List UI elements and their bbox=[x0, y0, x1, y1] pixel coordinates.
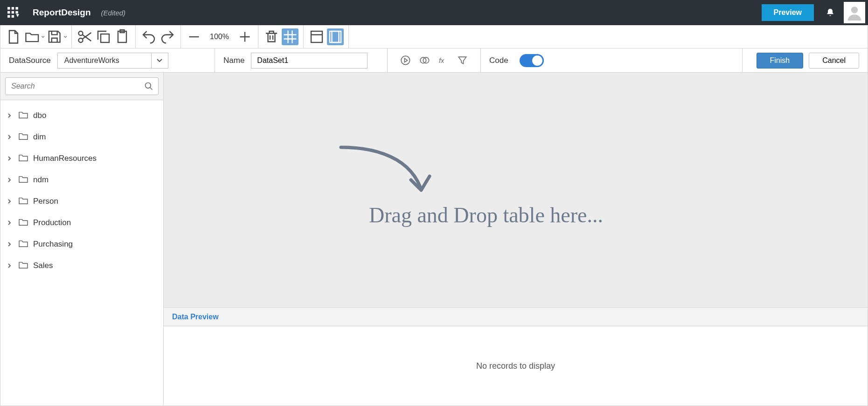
search-icon bbox=[144, 82, 153, 91]
design-canvas[interactable]: Drag and Drop table here... bbox=[164, 73, 868, 308]
expand-icon[interactable] bbox=[5, 176, 14, 184]
svg-point-9 bbox=[851, 7, 858, 13]
folder-icon bbox=[18, 196, 28, 207]
dataset-config-bar: DataSource AdventureWorks Name fx Code F… bbox=[0, 48, 868, 73]
code-toggle[interactable] bbox=[520, 54, 544, 67]
schema-item-label: Production bbox=[33, 218, 71, 227]
schema-item-label: Purchasing bbox=[33, 240, 73, 249]
datasource-select[interactable]: AdventureWorks bbox=[57, 53, 168, 69]
new-file-button[interactable] bbox=[5, 28, 22, 45]
top-bar: ReportDesign (Edited) Preview bbox=[0, 0, 868, 25]
join-button[interactable] bbox=[419, 54, 431, 68]
expand-icon[interactable] bbox=[5, 154, 14, 163]
filter-icon bbox=[457, 55, 468, 66]
schema-sidebar: dbodimHumanResourcesndmPersonProductionP… bbox=[0, 73, 164, 406]
app-launcher-button[interactable] bbox=[0, 0, 26, 25]
svg-rect-5 bbox=[15, 11, 18, 14]
expand-icon[interactable] bbox=[5, 197, 14, 206]
schema-tree-item[interactable]: HumanResources bbox=[0, 148, 163, 169]
schema-search-input[interactable] bbox=[10, 82, 144, 91]
fx-icon: fx bbox=[438, 55, 450, 66]
svg-point-22 bbox=[146, 83, 151, 89]
filter-button[interactable] bbox=[457, 54, 468, 68]
chevron-down-icon bbox=[156, 58, 163, 63]
user-icon bbox=[847, 5, 862, 21]
schema-tree-item[interactable]: Production bbox=[0, 212, 163, 234]
cut-button[interactable] bbox=[76, 28, 93, 45]
folder-icon bbox=[18, 175, 28, 186]
plus-icon bbox=[236, 28, 253, 45]
svg-rect-4 bbox=[12, 11, 14, 14]
svg-rect-3 bbox=[7, 11, 10, 14]
copy-button[interactable] bbox=[95, 28, 112, 45]
expand-icon[interactable] bbox=[5, 111, 14, 120]
chevron-down-icon bbox=[64, 35, 67, 39]
edited-status: (Edited) bbox=[101, 9, 126, 17]
undo-button[interactable] bbox=[140, 28, 157, 45]
drag-hint: Drag and Drop table here... bbox=[336, 138, 756, 227]
folder-icon bbox=[18, 132, 28, 143]
redo-button[interactable] bbox=[159, 28, 176, 45]
main-toolbar: 100% bbox=[0, 25, 868, 48]
notifications-button[interactable] bbox=[818, 0, 843, 25]
cancel-button[interactable]: Cancel bbox=[809, 53, 859, 69]
header-toggle-button[interactable] bbox=[308, 28, 325, 45]
svg-rect-1 bbox=[12, 7, 14, 9]
expand-icon[interactable] bbox=[5, 133, 14, 141]
scissors-icon bbox=[76, 28, 93, 45]
svg-point-18 bbox=[401, 56, 410, 65]
datasource-value: AdventureWorks bbox=[58, 56, 151, 65]
name-label: Name bbox=[223, 56, 244, 65]
bell-icon bbox=[826, 7, 835, 18]
schema-tree-item[interactable]: Purchasing bbox=[0, 234, 163, 255]
run-button[interactable] bbox=[400, 54, 411, 68]
drag-hint-text: Drag and Drop table here... bbox=[369, 203, 756, 227]
zoom-out-button[interactable] bbox=[186, 28, 202, 45]
datasource-dropdown-arrow[interactable] bbox=[151, 53, 168, 68]
data-preview-header[interactable]: Data Preview bbox=[164, 308, 868, 326]
expression-button[interactable]: fx bbox=[438, 54, 450, 68]
folder-icon bbox=[18, 261, 28, 271]
save-button[interactable] bbox=[46, 28, 67, 45]
schema-tree-item[interactable]: ndm bbox=[0, 169, 163, 191]
schema-search-box[interactable] bbox=[5, 77, 159, 95]
svg-rect-2 bbox=[15, 7, 18, 9]
svg-rect-6 bbox=[7, 15, 10, 17]
no-records-text: No records to display bbox=[476, 361, 555, 371]
schema-tree-item[interactable]: dbo bbox=[0, 105, 163, 126]
svg-rect-7 bbox=[12, 15, 14, 17]
schema-tree-item[interactable]: Sales bbox=[0, 255, 163, 276]
save-icon bbox=[46, 28, 63, 45]
svg-rect-17 bbox=[332, 31, 339, 42]
delete-button[interactable] bbox=[263, 28, 280, 45]
full-width-toggle-button[interactable] bbox=[327, 28, 344, 45]
folder-icon bbox=[18, 153, 28, 164]
trash-icon bbox=[263, 28, 280, 45]
schema-item-label: Person bbox=[33, 197, 58, 206]
zoom-in-button[interactable] bbox=[236, 28, 253, 45]
paste-button[interactable] bbox=[114, 28, 131, 45]
user-avatar-button[interactable] bbox=[844, 2, 865, 23]
chevron-down-icon bbox=[42, 35, 44, 39]
preview-button[interactable]: Preview bbox=[762, 4, 814, 21]
file-icon bbox=[5, 28, 22, 45]
svg-point-10 bbox=[79, 31, 83, 35]
folder-icon bbox=[18, 239, 28, 250]
expand-icon[interactable] bbox=[5, 240, 14, 248]
header-layout-icon bbox=[308, 28, 325, 45]
curved-arrow-icon bbox=[336, 138, 439, 199]
finish-button[interactable]: Finish bbox=[757, 53, 804, 69]
apps-grid-icon bbox=[7, 7, 19, 19]
dataset-name-input[interactable] bbox=[251, 53, 368, 69]
main-area: dbodimHumanResourcesndmPersonProductionP… bbox=[0, 73, 868, 406]
open-file-button[interactable] bbox=[24, 28, 44, 45]
grid-toggle-button[interactable] bbox=[282, 28, 299, 45]
expand-icon[interactable] bbox=[5, 261, 14, 270]
schema-tree: dbodimHumanResourcesndmPersonProductionP… bbox=[0, 100, 163, 281]
venn-icon bbox=[419, 55, 431, 66]
code-label: Code bbox=[489, 56, 508, 65]
redo-icon bbox=[159, 28, 176, 45]
expand-icon[interactable] bbox=[5, 219, 14, 227]
schema-tree-item[interactable]: Person bbox=[0, 191, 163, 212]
schema-tree-item[interactable]: dim bbox=[0, 126, 163, 148]
